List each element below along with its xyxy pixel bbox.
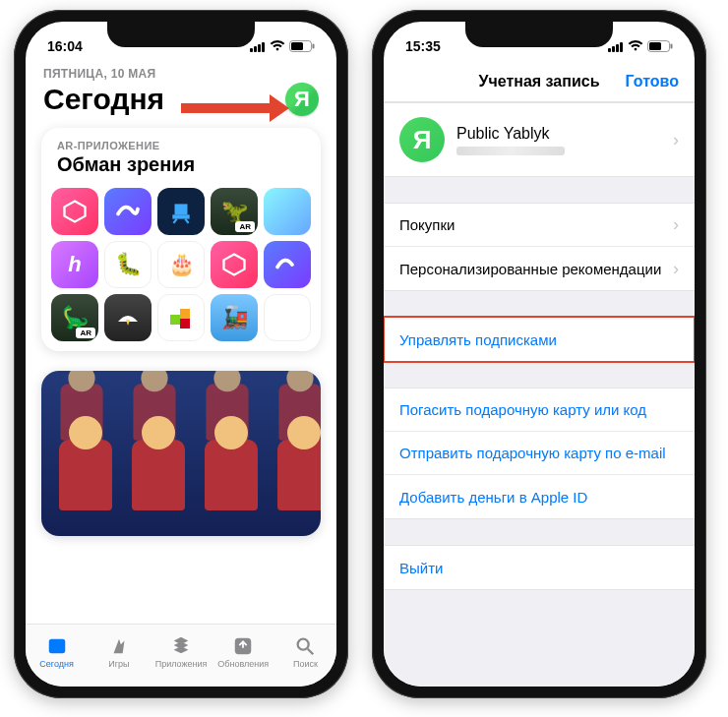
wifi-icon <box>270 40 285 52</box>
svg-rect-19 <box>48 638 65 653</box>
app-icon[interactable]: 🦕AR <box>51 294 98 341</box>
svg-rect-29 <box>671 44 673 49</box>
wifi-icon <box>628 40 643 52</box>
app-icon[interactable]: 🚂 <box>211 294 258 341</box>
screen-right: 15:35 Учетная запись Готово Я <box>384 22 695 687</box>
search-icon <box>294 635 316 657</box>
app-icon[interactable]: h <box>51 241 98 288</box>
svg-line-22 <box>308 648 314 654</box>
svg-rect-18 <box>180 319 190 329</box>
status-indicators <box>608 40 673 52</box>
svg-rect-28 <box>649 42 661 50</box>
app-icon[interactable]: 🦖AR <box>211 188 258 235</box>
status-time: 16:04 <box>47 38 83 54</box>
app-icon[interactable] <box>211 241 258 288</box>
svg-rect-6 <box>313 44 315 49</box>
chevron-right-icon: › <box>673 214 679 235</box>
app-icon[interactable] <box>264 188 311 235</box>
svg-rect-24 <box>612 46 615 52</box>
svg-marker-8 <box>270 94 289 122</box>
cellular-icon <box>250 41 266 52</box>
cellular-icon <box>608 41 624 52</box>
app-icon[interactable] <box>157 294 205 341</box>
tab-games[interactable]: Игры <box>88 625 150 679</box>
svg-rect-26 <box>620 42 623 52</box>
svg-rect-2 <box>258 44 261 52</box>
today-icon <box>46 635 68 657</box>
profile-row[interactable]: Я Public Yablyk › <box>384 103 695 176</box>
svg-marker-15 <box>126 320 130 326</box>
svg-rect-16 <box>170 315 180 325</box>
phone-right: 15:35 Учетная запись Готово Я <box>372 10 706 698</box>
card-tag: AR-ПРИЛОЖЕНИЕ <box>57 140 305 151</box>
phone-left: 16:04 ПЯТНИЦА, 10 МАЯ Сегодня Я <box>14 10 348 698</box>
status-indicators <box>250 40 315 52</box>
chevron-right-icon: › <box>673 259 679 279</box>
account-list: Я Public Yablyk › Покупки › Персонализир… <box>384 102 695 687</box>
games-icon <box>108 635 130 657</box>
tab-updates[interactable]: Обновления <box>212 625 274 679</box>
row-sign-out[interactable]: Выйти <box>384 546 695 589</box>
group-signout: Выйти <box>384 545 695 590</box>
svg-rect-11 <box>172 214 189 218</box>
tab-today[interactable]: Сегодня <box>26 625 88 679</box>
tab-apps[interactable]: Приложения <box>150 625 212 679</box>
battery-icon <box>647 40 673 52</box>
app-icon[interactable] <box>157 188 205 235</box>
today-header: ПЯТНИЦА, 10 МАЯ Сегодня Я <box>26 61 336 120</box>
app-icon[interactable] <box>264 241 311 288</box>
svg-line-12 <box>173 219 176 223</box>
status-time: 15:35 <box>405 38 441 54</box>
svg-rect-0 <box>250 48 253 52</box>
tab-bar: Сегодня Игры Приложения Обновления Поиск <box>26 624 336 687</box>
profile-avatar-button[interactable]: Я <box>285 83 319 116</box>
group-profile: Я Public Yablyk › <box>384 102 695 177</box>
apps-icon <box>170 635 192 657</box>
navbar: Учетная запись Готово <box>384 61 695 102</box>
updates-icon <box>232 635 254 657</box>
app-icon[interactable] <box>264 294 311 341</box>
svg-marker-9 <box>65 202 86 222</box>
svg-marker-14 <box>224 255 245 275</box>
app-icon[interactable] <box>104 294 152 341</box>
chevron-right-icon: › <box>673 130 679 150</box>
battery-icon <box>289 40 315 52</box>
done-button[interactable]: Готово <box>626 73 679 90</box>
notch <box>107 22 255 47</box>
story-banner[interactable] <box>41 371 321 536</box>
app-icon[interactable] <box>51 188 98 235</box>
svg-rect-5 <box>291 42 303 50</box>
row-manage-subscriptions[interactable]: Управлять подписками <box>384 318 695 361</box>
app-grid: 🦖AR h 🐛 🎂 🦕AR 🚂 <box>41 182 321 351</box>
avatar: Я <box>399 117 445 162</box>
row-redeem-gift[interactable]: Погасить подарочную карту или код <box>384 388 695 432</box>
profile-subtext-redacted <box>456 147 565 155</box>
tab-search[interactable]: Поиск <box>274 625 336 679</box>
nav-title: Учетная запись <box>479 73 600 90</box>
svg-rect-1 <box>254 46 257 52</box>
svg-rect-25 <box>616 44 619 52</box>
svg-rect-17 <box>180 309 190 319</box>
svg-rect-10 <box>175 204 188 214</box>
notch <box>465 22 613 47</box>
row-personalized-recommendations[interactable]: Персонализированные рекомендации › <box>384 247 695 290</box>
row-purchases[interactable]: Покупки › <box>384 204 695 247</box>
page-title: Сегодня <box>43 83 164 116</box>
group-subscriptions: Управлять подписками <box>384 317 695 362</box>
featured-card[interactable]: AR-ПРИЛОЖЕНИЕ Обман зрения 🦖AR h 🐛 🎂 🦕AR… <box>41 128 321 351</box>
svg-line-13 <box>185 219 188 223</box>
row-add-funds[interactable]: Добавить деньги в Apple ID <box>384 475 695 518</box>
profile-name: Public Yablyk <box>456 125 661 143</box>
svg-point-21 <box>298 638 309 649</box>
app-icon[interactable] <box>104 188 152 235</box>
screen-left: 16:04 ПЯТНИЦА, 10 МАЯ Сегодня Я <box>26 22 336 687</box>
date-label: ПЯТНИЦА, 10 МАЯ <box>43 67 319 81</box>
group-gift: Погасить подарочную карту или код Отправ… <box>384 388 695 519</box>
app-icon[interactable]: 🐛 <box>104 241 152 288</box>
card-title: Обман зрения <box>57 153 305 176</box>
annotation-arrow <box>181 94 289 118</box>
svg-rect-23 <box>608 48 611 52</box>
svg-rect-3 <box>262 42 265 52</box>
row-send-gift[interactable]: Отправить подарочную карту по e-mail <box>384 432 695 475</box>
app-icon[interactable]: 🎂 <box>157 241 205 288</box>
